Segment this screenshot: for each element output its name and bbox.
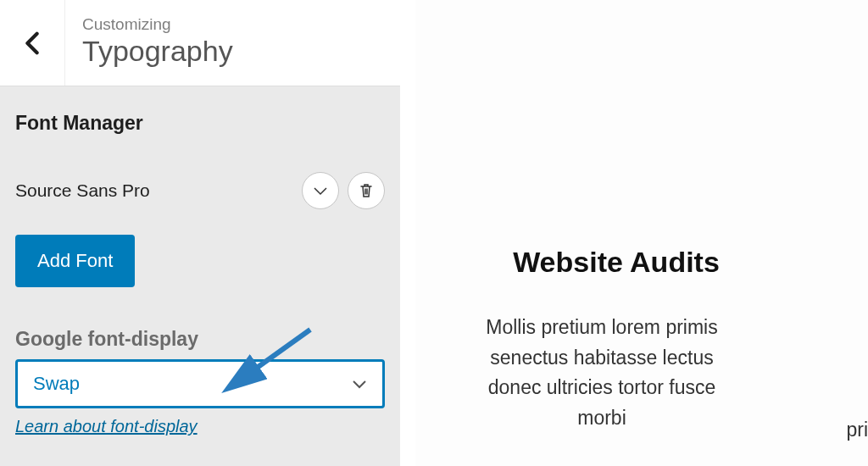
- font-manager-heading: Font Manager: [15, 112, 385, 135]
- customizer-sidebar: Customizing Typography Font Manager Sour…: [0, 0, 400, 466]
- site-preview: Website Audits Mollis pretium lorem prim…: [415, 0, 868, 466]
- add-font-button[interactable]: Add Font: [15, 235, 135, 287]
- font-name: Source Sans Pro: [15, 180, 150, 201]
- chevron-down-icon: [313, 183, 328, 198]
- font-display-help-link[interactable]: Learn about font-display: [15, 417, 198, 436]
- header-text: Customizing Typography: [65, 0, 400, 86]
- panel-body: Font Manager Source Sans Pro Add Font Go…: [0, 86, 400, 436]
- section-title: Typography: [82, 36, 383, 67]
- delete-font-button[interactable]: [348, 172, 385, 209]
- google-font-display-setting: Google font-display Swap Learn about fon…: [15, 328, 385, 436]
- customizing-label: Customizing: [82, 15, 383, 34]
- google-font-display-label: Google font-display: [15, 328, 385, 351]
- chevron-down-icon: [352, 379, 367, 389]
- panel-divider: [400, 0, 414, 466]
- preview-right-fragment: pri: [846, 415, 868, 446]
- customizer-header: Customizing Typography: [0, 0, 400, 86]
- back-button[interactable]: [0, 0, 65, 86]
- font-actions: [302, 172, 385, 209]
- font-display-select[interactable]: Swap: [15, 359, 385, 408]
- preview-body-text: Mollis pretium lorem primis senectus hab…: [466, 313, 737, 434]
- font-display-selected-value: Swap: [33, 373, 80, 395]
- chevron-left-icon: [25, 31, 40, 55]
- font-row: Source Sans Pro: [15, 172, 385, 209]
- trash-icon: [359, 183, 374, 198]
- preview-heading: Website Audits: [466, 246, 766, 279]
- expand-font-button[interactable]: [302, 172, 339, 209]
